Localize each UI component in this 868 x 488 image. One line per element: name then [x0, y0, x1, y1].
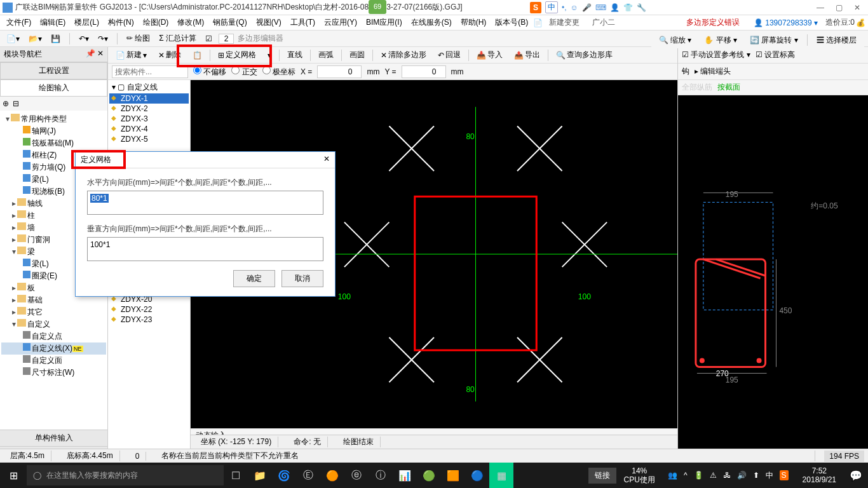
open-file-button[interactable]: 📂▾: [26, 33, 44, 44]
new-change-button[interactable]: 新建变更: [544, 16, 585, 29]
maximize-button[interactable]: ▢: [836, 3, 843, 12]
copy-button[interactable]: 📋: [189, 50, 206, 61]
tray-sogou-icon[interactable]: S: [780, 470, 789, 480]
tree-root[interactable]: ▾常用构件类型: [1, 113, 106, 125]
close-button[interactable]: ✕: [854, 3, 860, 12]
opt-ortho[interactable]: 正交: [231, 66, 257, 78]
define-grid-button[interactable]: ⊞ 定义网格: [214, 48, 260, 62]
list-item[interactable]: ZDYX-23: [109, 315, 189, 325]
edit-end-button[interactable]: ▸ 编辑端头: [695, 66, 731, 77]
clock[interactable]: 7:52 2018/9/21: [795, 466, 844, 484]
tree-group[interactable]: ▾自定义: [1, 318, 106, 330]
list-item[interactable]: ZDYX-22: [109, 304, 189, 315]
phone-label[interactable]: 👤 13907298339 ▾: [747, 18, 824, 27]
ime-emoji-icon[interactable]: ☺: [571, 3, 578, 12]
taskbar-edge-icon[interactable]: ⓔ: [344, 463, 369, 488]
h-spacing-input[interactable]: 80*1: [87, 191, 323, 215]
menu-help[interactable]: 帮助(H): [457, 16, 491, 29]
sum-calc-button[interactable]: Σ 汇总计算: [156, 32, 199, 45]
tray-up-icon[interactable]: ^: [684, 471, 688, 480]
manual-ref-button[interactable]: ☑ 手动设置参考线 ▾: [682, 50, 750, 60]
new-file-button[interactable]: 📄▾: [4, 33, 22, 44]
tray-network-icon[interactable]: 🖧: [723, 471, 731, 480]
taskbar-app-icon[interactable]: ▦: [489, 463, 513, 488]
opt-polar[interactable]: 极坐标: [262, 66, 295, 78]
delete-button[interactable]: ✕ 删除: [154, 48, 185, 62]
check-button[interactable]: ☑: [203, 33, 215, 44]
taskbar-app-icon[interactable]: Ⓔ: [296, 463, 320, 488]
sogou-icon[interactable]: S: [530, 2, 541, 13]
taskbar-ie-icon[interactable]: ⓘ: [369, 463, 393, 488]
task-view-icon[interactable]: ☐: [224, 463, 248, 488]
import-button[interactable]: 📥 导入: [473, 48, 506, 62]
expand-icon[interactable]: ⊕: [3, 99, 9, 108]
tab-project-settings[interactable]: 工程设置: [0, 62, 107, 79]
minimize-button[interactable]: —: [817, 3, 824, 12]
list-item[interactable]: ZDYX-2: [109, 104, 189, 114]
menu-edit[interactable]: 编辑(E): [36, 16, 69, 29]
tab-single-input[interactable]: 单构件输入: [0, 430, 107, 446]
menu-cloud[interactable]: 云应用(Y): [320, 16, 361, 29]
taskbar-app-icon[interactable]: 🌀: [272, 463, 296, 488]
collapse-icon[interactable]: ⊟: [13, 99, 19, 108]
menu-bim[interactable]: BIM应用(I): [362, 16, 406, 29]
badge-icon[interactable]: 69: [369, 0, 386, 14]
redo-button[interactable]: ↷▾: [95, 33, 111, 44]
menu-version[interactable]: 版本号(B): [491, 16, 532, 29]
tray-icon[interactable]: ⚠: [710, 471, 717, 480]
draw-tool-button[interactable]: ✏ 绘图: [124, 32, 153, 45]
menu-floor[interactable]: 楼层(L): [71, 16, 103, 29]
taskbar-app-icon[interactable]: 📁: [248, 463, 272, 488]
section-label[interactable]: 按截面: [717, 82, 740, 93]
menu-online[interactable]: 在线服务(S): [407, 16, 456, 29]
undo-button[interactable]: ↶▾: [76, 33, 92, 44]
list-item[interactable]: ZDYX-1: [109, 93, 189, 104]
list-root[interactable]: ▾ ▢ 自定义线: [109, 81, 189, 93]
menu-view[interactable]: 视图(V): [252, 16, 285, 29]
v-spacing-input[interactable]: 100*1: [87, 237, 323, 261]
num-input[interactable]: [219, 34, 234, 44]
list-item[interactable]: ZDYX-4: [109, 124, 189, 134]
circle-button[interactable]: 画圆: [346, 48, 369, 62]
menu-file[interactable]: 文件(F): [3, 16, 35, 29]
arc-button[interactable]: 画弧: [315, 48, 337, 62]
list-item[interactable]: ZDYX-5: [109, 134, 189, 144]
start-button[interactable]: ⊞: [0, 463, 27, 488]
tree-item[interactable]: 自定义点: [1, 330, 106, 342]
tree-item[interactable]: 筏板基础(M): [1, 137, 106, 149]
section-canvas[interactable]: 195 195 450 270 约=0.05: [678, 95, 868, 449]
tray-volume-icon[interactable]: 🔊: [737, 471, 747, 480]
list-item[interactable]: ZDYX-3: [109, 114, 189, 124]
line-button[interactable]: 直线: [283, 48, 306, 62]
hook-button[interactable]: 钩: [682, 66, 689, 77]
tray-icon[interactable]: 👥: [668, 471, 677, 480]
back-button[interactable]: ↶ 回退: [434, 48, 465, 62]
opt-no-offset[interactable]: 不偏移: [193, 66, 226, 78]
set-dim-button[interactable]: ☑ 设置标高: [756, 50, 795, 60]
dialog-close-button[interactable]: ✕: [323, 154, 330, 165]
clear-button[interactable]: ✕ 清除多边形: [377, 48, 430, 62]
tree-item-selected[interactable]: 自定义线(X)NE: [1, 342, 106, 355]
pin-icon[interactable]: 📌 ✕: [86, 49, 104, 60]
menu-draw[interactable]: 绘图(D): [139, 16, 173, 29]
tree-item[interactable]: 自定义面: [1, 355, 106, 367]
dialog-ok-button[interactable]: 确定: [233, 270, 275, 287]
pan-button[interactable]: ✋ 平移 ▾: [700, 34, 741, 47]
tray-icon[interactable]: 🔋: [694, 471, 703, 480]
link-label[interactable]: 链接: [588, 468, 616, 484]
save-button[interactable]: 💾: [48, 33, 63, 44]
new-button[interactable]: 📄 新建 ▾: [112, 48, 151, 62]
zoom-button[interactable]: 🔍 缩放 ▾: [655, 34, 696, 47]
ime-skin-icon[interactable]: 👕: [623, 3, 633, 12]
ime-mic-icon[interactable]: 🎤: [582, 3, 592, 12]
taskbar-app-icon[interactable]: 🔵: [465, 463, 489, 488]
taskbar-search[interactable]: ◯ 在这里输入你要搜索的内容: [27, 465, 224, 485]
menu-rebar[interactable]: 钢筋量(Q): [209, 16, 250, 29]
taskbar-app-icon[interactable]: 📊: [393, 463, 417, 488]
export-button[interactable]: 📤 导出: [510, 48, 544, 62]
menu-component[interactable]: 构件(N): [104, 16, 138, 29]
notifications-icon[interactable]: 💬: [844, 470, 868, 482]
menu-tool[interactable]: 工具(T): [287, 16, 319, 29]
ime-icon[interactable]: •,: [562, 3, 567, 12]
ime-lang[interactable]: 中: [545, 1, 558, 13]
